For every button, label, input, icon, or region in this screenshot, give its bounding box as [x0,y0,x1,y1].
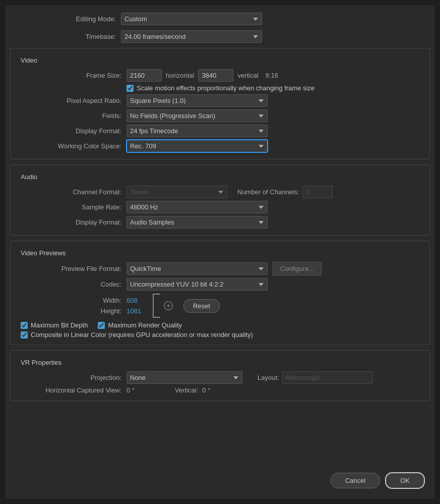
sample-rate-row: Sample Rate: 48000 Hz [21,201,419,213]
bracket-icon [151,293,161,318]
editing-mode-select[interactable]: Custom [121,13,262,25]
cancel-button[interactable]: Cancel [331,473,380,488]
preview-file-format-label: Preview File Format: [21,265,121,272]
preview-file-format-row: Preview File Format: QuickTime Configure… [21,262,419,275]
horizontal-captured-label: Horizontal Captured View: [21,386,121,394]
bottom-checkboxes-row: Maximum Bit Depth Maximum Render Quality [21,321,419,329]
sample-rate-select[interactable]: 48000 Hz [127,201,268,213]
scale-motion-label[interactable]: Scale motion effects proportionally when… [127,84,315,92]
ratio-value: 9:16 [266,72,278,79]
video-display-format-row: Display Format: 24 fps Timecode [21,125,419,137]
ok-button[interactable]: OK [385,472,425,489]
video-section: Video Frame Size: horizontal vertical 9:… [10,48,430,159]
height-label: Height: [21,307,121,315]
max-render-quality-checkbox[interactable] [98,322,105,329]
max-bit-depth-label[interactable]: Maximum Bit Depth [21,321,88,329]
video-display-format-label: Display Format: [21,127,121,135]
composite-checkbox[interactable] [21,331,28,339]
max-bit-depth-checkbox[interactable] [21,322,28,329]
channel-format-row: Channel Format: Stereo Number of Channel… [21,186,419,198]
channel-format-select[interactable]: Stereo [127,186,227,198]
working-color-row: Working Color Space: Rec. 709 [21,140,419,152]
pixel-aspect-label: Pixel Aspect Ratio: [21,97,121,104]
audio-section: Audio Channel Format: Stereo Number of C… [10,164,430,236]
num-channels-select[interactable]: 2 [302,186,333,198]
vertical-label: Vertical: [175,386,198,394]
video-previews-title: Video Previews [11,245,429,259]
vertical-value: 0 ° [202,386,210,394]
max-render-quality-label[interactable]: Maximum Render Quality [98,321,182,329]
video-section-title: Video [11,52,429,67]
sample-rate-label: Sample Rate: [21,203,121,211]
link-bracket [151,293,173,318]
fields-row: Fields: No Fields (Progressive Scan) [21,109,419,122]
working-color-select[interactable]: Rec. 709 [127,140,268,152]
audio-display-format-label: Display Format: [21,218,121,226]
video-previews-section: Video Previews Preview File Format: Quic… [10,241,430,345]
scale-motion-row: Scale motion effects proportionally when… [127,84,419,92]
timebase-label: Timebase: [15,33,116,40]
reset-button[interactable]: Reset [183,299,220,313]
frame-size-v-input[interactable] [198,69,233,82]
vr-projection-row: Projection: None Layout: Monoscopic [21,371,419,384]
footer: Cancel OK [5,465,435,494]
codec-select[interactable]: Uncompressed YUV 10 bit 4:2:2 [127,278,268,291]
configure-button[interactable]: Configure... [273,262,322,275]
horizontal-text: horizontal [166,72,194,79]
vertical-text: vertical [237,72,258,79]
timebase-select[interactable]: 24.00 frames/second [121,30,262,43]
editing-mode-row: Editing Mode: Custom [15,13,425,25]
vr-properties-section: VR Properties Projection: None Layout: M… [10,350,430,401]
audio-section-title: Audio [11,169,429,183]
editing-mode-label: Editing Mode: [15,15,116,23]
dialog: Editing Mode: Custom Timebase: 24.00 fra… [5,5,435,499]
scale-motion-checkbox[interactable] [127,85,134,92]
height-row: Height: 1081 [21,307,141,315]
audio-display-format-row: Display Format: Audio Samples [21,216,419,229]
num-channels-label: Number of Channels: [237,188,299,196]
composite-row: Composite in Linear Color (requires GPU … [21,331,419,339]
frame-size-label: Frame Size: [21,72,121,79]
layout-select[interactable]: Monoscopic [282,371,373,384]
layout-label: Layout: [258,374,279,381]
projection-select[interactable]: None [127,371,242,384]
horizontal-captured-value: 0 ° [127,386,135,394]
codec-label: Codec: [21,281,121,288]
frame-size-row: Frame Size: horizontal vertical 9:16 [21,69,419,82]
preview-file-format-select[interactable]: QuickTime [127,262,268,275]
link-icon [163,301,173,311]
frame-size-h-input[interactable] [127,69,162,82]
vr-view-row: Horizontal Captured View: 0 ° Vertical: … [21,386,419,394]
fields-select[interactable]: No Fields (Progressive Scan) [127,109,268,122]
codec-row: Codec: Uncompressed YUV 10 bit 4:2:2 [21,278,419,291]
height-value: 1081 [127,307,141,315]
vr-properties-title: VR Properties [11,355,429,369]
width-row: Width: 608 [21,297,141,304]
width-label: Width: [21,297,121,304]
audio-display-format-select[interactable]: Audio Samples [127,216,268,229]
timebase-row: Timebase: 24.00 frames/second [15,30,425,43]
video-display-format-select[interactable]: 24 fps Timecode [127,125,268,137]
fields-label: Fields: [21,112,121,120]
width-value: 608 [127,297,138,304]
pixel-aspect-row: Pixel Aspect Ratio: Square Pixels (1.0) [21,94,419,107]
projection-label: Projection: [21,374,121,381]
channel-format-label: Channel Format: [21,188,121,196]
working-color-label: Working Color Space: [21,142,121,150]
composite-label[interactable]: Composite in Linear Color (requires GPU … [21,331,419,339]
pixel-aspect-select[interactable]: Square Pixels (1.0) [127,94,268,107]
